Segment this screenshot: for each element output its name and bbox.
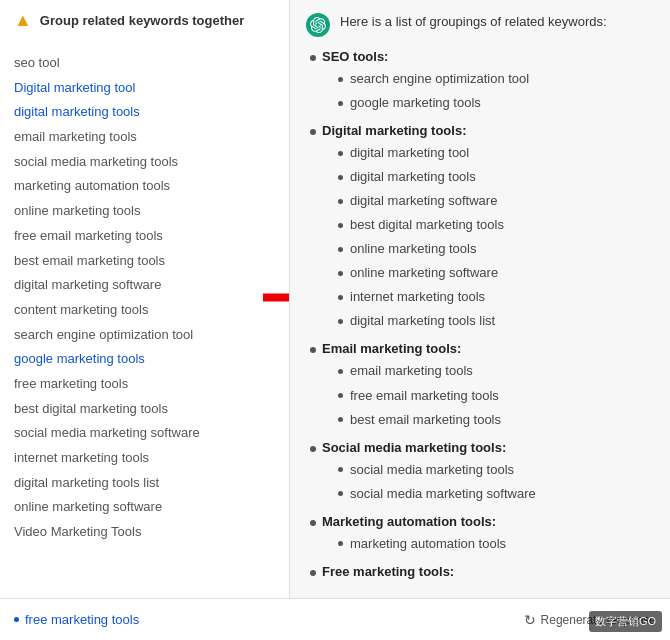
keyword-group: SEO tools:search engine optimization too… [310, 49, 654, 115]
keyword-item[interactable]: social media marketing tools [14, 150, 275, 175]
keyword-item[interactable]: online marketing tools [14, 199, 275, 224]
keyword-item[interactable]: free email marketing tools [14, 224, 275, 249]
keyword-item[interactable]: Digital marketing tool [14, 76, 275, 101]
group-item: digital marketing tool [338, 141, 654, 165]
group-item: online marketing software [338, 261, 654, 285]
group-items-list: marketing automation tools [322, 532, 654, 556]
bottom-bullet-dot [14, 617, 19, 622]
keyword-item[interactable]: free marketing tools [14, 372, 275, 397]
group-bullet [310, 347, 316, 353]
left-panel: ▲ Group related keywords together seo to… [0, 0, 290, 598]
group-item: best email marketing tools [338, 408, 654, 432]
group-item: google marketing tools [338, 91, 654, 115]
left-header: ▲ Group related keywords together [14, 10, 275, 37]
group-items-list: search engine optimization toolgoogle ma… [322, 67, 654, 115]
group-bullet [310, 446, 316, 452]
keyword-item[interactable]: search engine optimization tool [14, 323, 275, 348]
keyword-item[interactable]: content marketing tools [14, 298, 275, 323]
content-area: ▲ Group related keywords together seo to… [0, 0, 670, 598]
group-title: Email marketing tools: [322, 341, 654, 356]
regenerate-button[interactable]: ↻ Regenerate response [524, 612, 656, 628]
regenerate-label: Regenerate response [541, 613, 656, 627]
chatgpt-icon [306, 13, 330, 37]
group-item: email marketing tools [338, 359, 654, 383]
group-title: Free marketing tools: [322, 564, 654, 579]
group-item: digital marketing software [338, 189, 654, 213]
group-title: Digital marketing tools: [322, 123, 654, 138]
keyword-item[interactable]: internet marketing tools [14, 446, 275, 471]
keyword-item[interactable]: email marketing tools [14, 125, 275, 150]
bottom-keyword-link[interactable]: free marketing tools [25, 612, 139, 627]
groups-container: SEO tools:search engine optimization too… [306, 49, 654, 582]
group-item: free email marketing tools [338, 384, 654, 408]
red-arrow [263, 278, 290, 321]
main-container: ▲ Group related keywords together seo to… [0, 0, 670, 640]
warning-icon: ▲ [14, 10, 32, 31]
keyword-item[interactable]: best email marketing tools [14, 249, 275, 274]
group-items-list: social media marketing toolssocial media… [322, 458, 654, 506]
group-bullet [310, 570, 316, 576]
group-item: internet marketing tools [338, 285, 654, 309]
group-item: social media marketing software [338, 482, 654, 506]
right-header: Here is a list of groupings of related k… [306, 12, 654, 37]
group-items-list: digital marketing tooldigital marketing … [322, 141, 654, 333]
keyword-item[interactable]: seo tool [14, 51, 275, 76]
group-title: SEO tools: [322, 49, 654, 64]
keyword-item[interactable]: marketing automation tools [14, 174, 275, 199]
right-panel: Here is a list of groupings of related k… [290, 0, 670, 598]
keyword-item[interactable]: best digital marketing tools [14, 397, 275, 422]
bottom-left: free marketing tools [14, 612, 139, 627]
keyword-item[interactable]: Video Marketing Tools [14, 520, 275, 545]
keyword-group: Email marketing tools:email marketing to… [310, 341, 654, 431]
keyword-group: Digital marketing tools:digital marketin… [310, 123, 654, 333]
group-title: Marketing automation tools: [322, 514, 654, 529]
keyword-group: Marketing automation tools:marketing aut… [310, 514, 654, 556]
right-intro-text: Here is a list of groupings of related k… [340, 12, 607, 32]
group-item: marketing automation tools [338, 532, 654, 556]
keyword-item[interactable]: digital marketing tools [14, 100, 275, 125]
group-title: Social media marketing tools: [322, 440, 654, 455]
group-item: social media marketing tools [338, 458, 654, 482]
regenerate-icon: ↻ [524, 612, 536, 628]
left-panel-title: Group related keywords together [40, 13, 244, 28]
keyword-item[interactable]: digital marketing tools list [14, 471, 275, 496]
keyword-item[interactable]: online marketing software [14, 495, 275, 520]
group-bullet [310, 129, 316, 135]
group-item: digital marketing tools list [338, 309, 654, 333]
group-bullet [310, 520, 316, 526]
group-item: best digital marketing tools [338, 213, 654, 237]
group-item: online marketing tools [338, 237, 654, 261]
keyword-list: seo toolDigital marketing tooldigital ma… [14, 51, 275, 545]
keyword-group: Social media marketing tools:social medi… [310, 440, 654, 506]
keyword-item[interactable]: social media marketing software [14, 421, 275, 446]
group-item: digital marketing tools [338, 165, 654, 189]
group-items-list: email marketing toolsfree email marketin… [322, 359, 654, 431]
keyword-item[interactable]: digital marketing software [14, 273, 275, 298]
group-item: search engine optimization tool [338, 67, 654, 91]
bottom-bar: free marketing tools ↻ Regenerate respon… [0, 598, 670, 640]
group-bullet [310, 55, 316, 61]
keyword-item[interactable]: google marketing tools [14, 347, 275, 372]
keyword-group: Free marketing tools: [310, 564, 654, 582]
